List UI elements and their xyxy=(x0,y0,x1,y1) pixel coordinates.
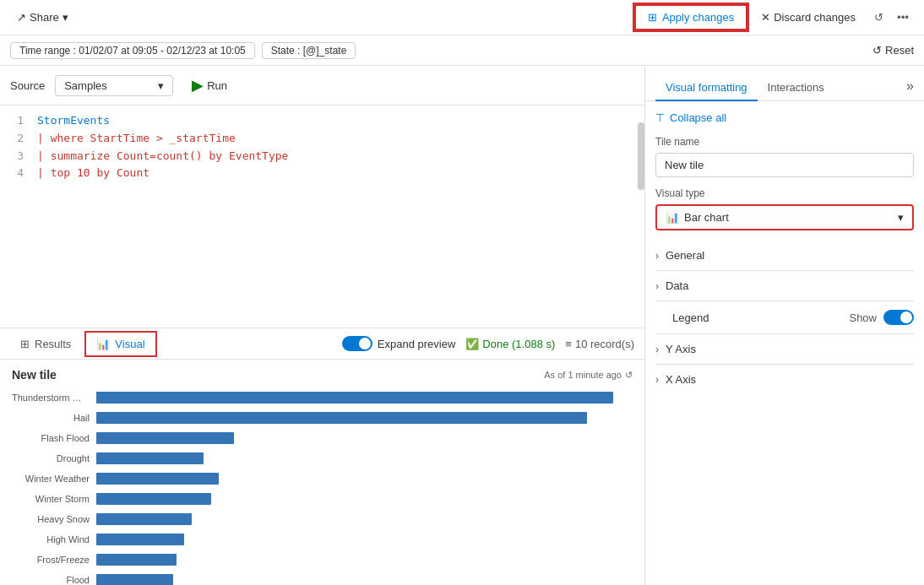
bar-fill[interactable] xyxy=(96,392,613,404)
share-icon: ↗ xyxy=(17,11,26,24)
code-line-2-text: | where StartTime > _startTime xyxy=(37,130,236,148)
bar-container xyxy=(96,452,633,464)
code-line-4-text: | top 10 by Count xyxy=(37,165,149,182)
bar-fill[interactable] xyxy=(96,513,192,525)
tab-visual[interactable]: 📊 Visual xyxy=(84,331,156,357)
interactions-label: Interactions xyxy=(768,81,824,94)
bar-row: Winter Storm xyxy=(12,490,633,508)
bar-fill[interactable] xyxy=(96,473,219,485)
more-options-button[interactable]: ••• xyxy=(892,6,914,29)
collapse-all-button[interactable]: ⊤ Collapse all xyxy=(655,111,914,124)
bar-row: Heavy Snow xyxy=(12,510,633,528)
status-records: ≡ 10 record(s) xyxy=(565,338,634,350)
reset-label: Reset xyxy=(885,44,914,57)
run-button[interactable]: ▶ Run xyxy=(183,73,236,98)
legend-section-label: Legend xyxy=(655,311,709,324)
state-value: State : [@]_state xyxy=(271,45,347,57)
visual-label: Visual xyxy=(115,338,144,350)
state-filter[interactable]: State : [@]_state xyxy=(262,42,356,59)
filter-bar: Time range : 01/02/07 at 09:05 - 02/12/2… xyxy=(0,35,924,66)
vf-content: ⊤ Collapse all Tile name Visual type 📊 B… xyxy=(645,101,924,585)
close-icon: ✕ xyxy=(761,11,770,24)
bar-fill[interactable] xyxy=(96,554,177,566)
bar-container xyxy=(96,513,633,525)
scrollbar[interactable] xyxy=(638,122,644,190)
bar-row: Frost/Freeze xyxy=(12,550,633,569)
x-axis-label: X Axis xyxy=(666,373,696,386)
bar-fill[interactable] xyxy=(96,432,234,444)
visual-formatting-label: Visual formatting xyxy=(666,81,747,94)
bar-label: Winter Weather xyxy=(12,474,96,484)
collapse-all-label: Collapse all xyxy=(670,111,726,124)
reset-button[interactable]: ↺ Reset xyxy=(872,44,914,57)
code-line-3: 3 | summarize Count=count() by EventType xyxy=(10,148,634,165)
code-line-3-text: | summarize Count=count() by EventType xyxy=(37,148,288,165)
time-range-filter[interactable]: Time range : 01/02/07 at 09:05 - 02/12/2… xyxy=(10,42,255,59)
refresh-button[interactable]: ↺ xyxy=(869,6,889,29)
toolbar-left: ↗ Share ▾ xyxy=(10,8,75,27)
bar-container xyxy=(96,493,633,505)
bar-chart-icon: 📊 xyxy=(666,211,679,224)
records-label: 10 record(s) xyxy=(575,338,634,350)
bar-label: Heavy Snow xyxy=(12,514,96,524)
records-icon: ≡ xyxy=(565,338,572,350)
chevron-right-icon: › xyxy=(655,280,659,292)
expand-preview-label: Expand preview xyxy=(378,338,456,350)
apply-changes-button[interactable]: ⊞ Apply changes xyxy=(634,4,747,30)
refresh-icon[interactable]: ↺ xyxy=(625,370,633,381)
chevron-down-icon: ▾ xyxy=(898,211,904,224)
bar-container xyxy=(96,574,633,585)
bar-fill[interactable] xyxy=(96,452,204,464)
source-value: Samples xyxy=(64,79,107,92)
source-bar: Source Samples ▾ ▶ Run xyxy=(0,66,644,106)
bar-fill[interactable] xyxy=(96,534,184,545)
data-section[interactable]: › Data xyxy=(655,271,914,301)
general-label: General xyxy=(666,249,704,262)
apply-icon: ⊞ xyxy=(648,11,657,24)
bar-fill[interactable] xyxy=(96,412,587,424)
chevron-right-icon: › xyxy=(655,374,659,386)
discard-changes-button[interactable]: ✕ Discard changes xyxy=(751,6,866,29)
time-range-value: Time range : 01/02/07 at 09:05 - 02/12/2… xyxy=(19,45,246,57)
chart-refresh: As of 1 minute ago ↺ xyxy=(544,370,633,381)
share-label: Share xyxy=(30,11,59,24)
tab-results[interactable]: ⊞ Results xyxy=(10,333,81,355)
code-line-1: 1 StormEvents xyxy=(10,112,634,130)
left-panel: Source Samples ▾ ▶ Run 1 StormEvents 2 |… xyxy=(0,66,645,585)
bar-label: Winter Storm xyxy=(12,494,96,504)
bar-container xyxy=(96,554,633,566)
toggle-knob xyxy=(359,338,371,349)
legend-toggle[interactable] xyxy=(883,310,914,325)
visual-type-dropdown[interactable]: 📊 Bar chart ▾ xyxy=(655,204,914,230)
check-icon: ✅ xyxy=(465,338,479,350)
code-editor[interactable]: 1 StormEvents 2 | where StartTime > _sta… xyxy=(0,106,644,328)
y-axis-section[interactable]: › Y Axis xyxy=(655,334,914,365)
tab-visual-formatting[interactable]: Visual formatting xyxy=(655,74,758,100)
x-axis-section[interactable]: › X Axis xyxy=(655,365,914,394)
bar-fill[interactable] xyxy=(96,493,211,505)
expand-preview-wrap: Expand preview xyxy=(342,336,456,351)
source-dropdown[interactable]: Samples ▾ xyxy=(55,75,173,96)
expand-panel-icon[interactable]: » xyxy=(906,79,914,100)
chevron-right-icon: › xyxy=(655,250,659,262)
share-button[interactable]: ↗ Share ▾ xyxy=(10,8,75,27)
tile-name-label: Tile name xyxy=(655,136,914,148)
bar-container xyxy=(96,412,633,424)
right-panel: Visual formatting Interactions » ⊤ Colla… xyxy=(645,66,924,585)
chevron-down-icon: ▾ xyxy=(63,11,68,24)
tab-interactions[interactable]: Interactions xyxy=(758,74,834,100)
code-line-2: 2 | where StartTime > _startTime xyxy=(10,130,634,148)
tile-name-input[interactable] xyxy=(655,153,914,177)
chevron-down-icon: ▾ xyxy=(158,79,164,92)
bar-label: Hail xyxy=(12,413,96,423)
bar-fill[interactable] xyxy=(96,574,173,585)
status-done: ✅ Done (1.088 s) xyxy=(465,338,555,350)
chart-header: New tile As of 1 minute ago ↺ xyxy=(12,368,633,382)
expand-preview-toggle[interactable] xyxy=(342,336,372,351)
bar-container xyxy=(96,392,633,404)
filter-left: Time range : 01/02/07 at 09:05 - 02/12/2… xyxy=(10,42,356,59)
general-section[interactable]: › General xyxy=(655,241,914,271)
play-icon: ▶ xyxy=(192,76,204,95)
bar-row: High Wind xyxy=(12,530,633,549)
done-label: Done (1.088 s) xyxy=(482,338,555,350)
